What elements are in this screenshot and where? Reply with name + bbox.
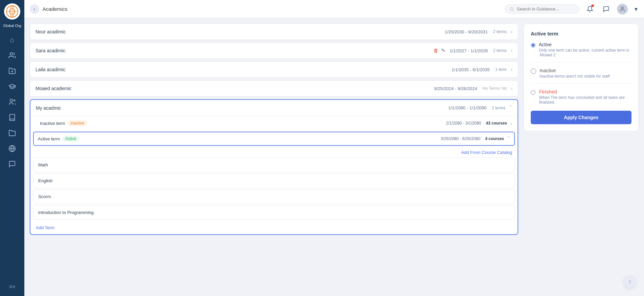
notification-dot xyxy=(591,4,594,7)
academic-name-laila: Laila acadimic xyxy=(35,67,452,72)
files-icon[interactable] xyxy=(5,126,19,140)
academic-dates-nour: 1/20/2030 - 9/20/2031 xyxy=(445,29,487,34)
radio-finished-label[interactable]: Finished xyxy=(539,89,631,95)
radio-active-desc: Only one term can be active. current act… xyxy=(539,48,631,57)
academic-dates-myacadmic: 1/1/2080 - 1/1/2090 xyxy=(448,105,486,110)
academic-terms-myacadmic: 2 terms xyxy=(492,106,505,110)
chevron-right-icon-sara: › xyxy=(511,48,512,54)
academic-terms-moaed: No Terms Yet xyxy=(483,86,507,91)
academic-row-sara[interactable]: Sara acadimic 🗑 ✎ 1/1/2027 - 1/1/2028 2 … xyxy=(30,43,518,58)
radio-active-body: Active Only one term can be active. curr… xyxy=(539,42,631,57)
svg-point-9 xyxy=(14,100,15,101)
academic-item-myacadmic: My acadmic 1/1/2080 - 1/1/2090 2 terms ˅… xyxy=(30,99,518,235)
chevron-right-icon-nour: › xyxy=(511,29,512,35)
page-title: Academics xyxy=(43,6,501,12)
radio-inactive-body: Inactive Inactive terms aren't not visib… xyxy=(540,68,610,79)
course-row-english[interactable]: English xyxy=(33,173,515,188)
notifications-button[interactable] xyxy=(585,4,595,15)
sidebar: Global Org ⌂ >> xyxy=(0,0,24,296)
group-icon[interactable] xyxy=(5,95,19,109)
radio-finished[interactable] xyxy=(531,90,535,95)
graduation-icon[interactable] xyxy=(5,80,19,93)
svg-point-14 xyxy=(621,7,623,9)
chevron-right-icon-laila: › xyxy=(511,66,512,73)
academic-row-moaed[interactable]: Moaed academic 9/25/2024 - 9/26/2024 No … xyxy=(30,81,518,96)
search-input[interactable] xyxy=(517,6,574,11)
term-row-active[interactable]: Active term Active 3/26/2080 - 6/26/2080… xyxy=(33,132,515,146)
academic-name-nour: Nour acadimic xyxy=(35,29,445,34)
course-row-math[interactable]: Math xyxy=(33,158,515,172)
divider-2 xyxy=(531,83,631,84)
divider-1 xyxy=(531,62,631,62)
right-panel: Active term Active Only one term can be … xyxy=(524,24,639,131)
term-status-active: Active xyxy=(63,136,79,142)
radio-active-label[interactable]: Active xyxy=(539,42,631,47)
svg-line-13 xyxy=(513,10,514,10)
term-name-active: Active term xyxy=(38,136,60,141)
academic-dates-laila: 1/1/2035 - 6/1/2035 xyxy=(452,67,490,72)
academic-row-myacadmic[interactable]: My acadmic 1/1/2080 - 1/1/2090 2 terms ˅ xyxy=(30,100,518,116)
term-name-inactive: Inactive term xyxy=(40,121,65,126)
sidebar-expand-button[interactable]: >> xyxy=(6,281,18,293)
search-box[interactable] xyxy=(505,4,579,14)
term-row-inactive[interactable]: Inactive term Inactive 2/1/2080 - 3/1/20… xyxy=(30,116,518,130)
radio-inactive[interactable] xyxy=(531,69,536,74)
radio-finished-desc: When The term has concluded and all task… xyxy=(539,95,631,105)
folder-plus-icon[interactable] xyxy=(5,64,19,78)
radio-finished-body: Finished When The term has concluded and… xyxy=(539,89,631,105)
academic-item-nour: Nour acadimic 1/20/2030 - 9/20/2031 2 te… xyxy=(30,24,518,40)
chat-sidebar-icon[interactable] xyxy=(5,157,19,171)
chevron-right-icon-moaed: › xyxy=(511,85,512,91)
apply-changes-button[interactable]: Apply Changes xyxy=(531,111,631,124)
term-status-inactive: Inactive xyxy=(68,120,87,126)
messages-icon xyxy=(603,6,610,12)
academic-name-myacadmic: My acadmic xyxy=(36,105,448,111)
add-from-catalog-link[interactable]: Add From Course Catalog xyxy=(30,147,518,156)
main-wrapper: ‹ Academics ▾ Nour ac xyxy=(24,0,644,296)
svg-point-5 xyxy=(10,53,13,55)
academic-item-moaed: Moaed academic 9/25/2024 - 9/26/2024 No … xyxy=(30,80,518,97)
content-area: Nour acadimic 1/20/2030 - 9/20/2031 2 te… xyxy=(24,18,644,296)
back-button[interactable]: ‹ xyxy=(30,4,39,14)
academic-row-nour[interactable]: Nour acadimic 1/20/2030 - 9/20/2031 2 te… xyxy=(30,24,518,39)
term-courses-inactive: 43 courses xyxy=(486,121,507,126)
topbar-right: ▾ xyxy=(505,4,639,15)
course-row-scorm[interactable]: Scorm xyxy=(33,189,515,204)
user-avatar[interactable] xyxy=(617,4,628,15)
radio-active[interactable] xyxy=(531,43,535,48)
home-icon[interactable]: ⌂ xyxy=(5,33,19,47)
academic-item-laila: Laila acadimic 1/1/2035 - 6/1/2035 1 ter… xyxy=(30,61,518,78)
org-logo[interactable] xyxy=(4,3,20,20)
academic-terms-laila: 1 term xyxy=(495,67,507,72)
delete-icon-sara[interactable]: 🗑 xyxy=(433,48,438,54)
academic-row-laila[interactable]: Laila acadimic 1/1/2035 - 6/1/2035 1 ter… xyxy=(30,62,518,77)
term-dates-inactive: 2/1/2080 - 3/1/2080 xyxy=(446,121,481,126)
search-icon xyxy=(510,7,514,11)
add-term-link[interactable]: Add Term xyxy=(30,221,60,234)
scroll-up-button[interactable]: ↑ xyxy=(624,276,636,288)
chevron-down-icon-myacadmic: ˅ xyxy=(509,105,512,111)
academic-item-sara: Sara acadimic 🗑 ✎ 1/1/2027 - 1/1/2028 2 … xyxy=(30,43,518,59)
svg-point-12 xyxy=(510,7,513,10)
org-name: Global Org xyxy=(2,23,22,28)
radio-option-active: Active Only one term can be active. curr… xyxy=(531,42,631,57)
topbar: ‹ Academics ▾ xyxy=(24,0,644,18)
term-courses-active: 4 courses xyxy=(485,136,504,141)
radio-inactive-desc: Inactive terms aren't not visible for st… xyxy=(540,74,610,79)
term-dates-active: 3/26/2080 - 6/26/2080 xyxy=(441,136,480,141)
academic-dates-sara: 1/1/2027 - 1/1/2028 xyxy=(450,48,488,53)
user-menu-chevron[interactable]: ▾ xyxy=(633,4,639,15)
radio-option-inactive: Inactive Inactive terms aren't not visib… xyxy=(531,68,631,79)
sara-actions: 🗑 ✎ xyxy=(433,48,446,54)
radio-inactive-label[interactable]: Inactive xyxy=(540,68,610,73)
panel-title: Active term xyxy=(531,31,631,36)
chevron-down-icon-active: ˅ xyxy=(507,136,510,142)
book-icon[interactable] xyxy=(5,111,19,124)
edit-icon-sara[interactable]: ✎ xyxy=(441,48,446,54)
chevron-right-icon-inactive: › xyxy=(510,120,512,126)
academic-terms-sara: 2 terms xyxy=(493,48,507,53)
globe-icon[interactable] xyxy=(5,142,19,155)
messages-button[interactable] xyxy=(601,4,612,15)
users-icon[interactable] xyxy=(5,49,19,62)
course-row-programming[interactable]: Introduction to Programming xyxy=(33,205,515,220)
